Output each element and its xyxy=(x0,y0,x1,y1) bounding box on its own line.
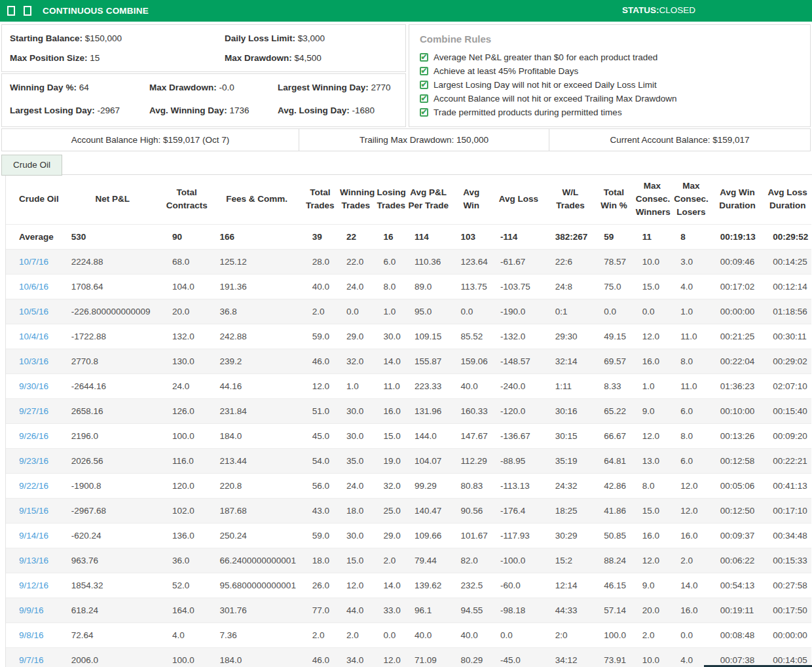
data-cell: 59 xyxy=(595,224,633,249)
data-cell: -1900.8 xyxy=(62,473,163,498)
data-cell: 104.07 xyxy=(405,448,452,473)
window-icon-1[interactable] xyxy=(7,6,15,16)
date-cell: 9/30/16 xyxy=(6,373,62,398)
column-header-avg-win: Avg Win xyxy=(451,175,490,224)
product-tab-strip: Crude Oil xyxy=(0,155,812,175)
data-cell: 46.15 xyxy=(595,573,633,598)
tab-crude-oil[interactable]: Crude Oil xyxy=(1,155,62,176)
date-link[interactable]: 9/15/16 xyxy=(19,506,48,516)
table-row: 9/30/16-2644.1624.044.1612.01.011.0223.3… xyxy=(6,373,811,398)
data-cell: 1.0 xyxy=(633,373,671,398)
data-cell: 0.0 xyxy=(375,622,405,647)
account-settings-panel: Starting Balance: $150,000 Daily Loss Li… xyxy=(1,24,406,72)
data-cell: 4.0 xyxy=(671,274,710,299)
table-row: 9/13/16963.7636.066.240000000000118.015.… xyxy=(6,548,811,573)
status-value: CLOSED xyxy=(659,5,696,15)
data-cell: 30:16 xyxy=(546,398,595,423)
data-cell: 0.0 xyxy=(633,299,671,324)
column-header-avg-loss-duration: Avg Loss Duration xyxy=(764,175,811,224)
date-link[interactable]: 9/26/16 xyxy=(19,431,48,441)
date-link[interactable]: 9/9/16 xyxy=(19,605,44,615)
data-cell: 34:12 xyxy=(546,647,595,667)
date-link[interactable]: 10/3/16 xyxy=(19,356,48,366)
data-cell: 39 xyxy=(303,224,337,249)
data-cell: 00:05:06 xyxy=(711,473,764,498)
date-cell: 9/22/16 xyxy=(6,473,62,498)
data-cell: 00:12:50 xyxy=(711,498,764,523)
date-link[interactable]: 9/27/16 xyxy=(19,406,48,416)
date-link[interactable]: 9/8/16 xyxy=(19,630,44,640)
data-cell: 2.0 xyxy=(337,622,374,647)
data-cell: 131.96 xyxy=(405,398,452,423)
data-cell: 10.0 xyxy=(633,647,671,667)
rule-item: ✔Trade permitted products during permitt… xyxy=(420,107,800,117)
date-link[interactable]: 10/5/16 xyxy=(19,307,48,316)
date-cell: 10/6/16 xyxy=(6,274,62,299)
data-cell: -148.57 xyxy=(491,349,546,373)
data-cell: 155.87 xyxy=(405,349,452,373)
data-cell: 34.0 xyxy=(337,647,374,667)
data-cell: 29.0 xyxy=(337,324,374,349)
data-cell: 00:14:05 xyxy=(764,647,811,667)
data-cell: 6.0 xyxy=(671,448,710,473)
page-title: CONTINUOUS COMBINE xyxy=(43,6,149,16)
data-cell: 00:07:38 xyxy=(711,647,764,667)
data-cell: 18.0 xyxy=(337,498,374,523)
data-cell: 11.0 xyxy=(671,373,710,398)
data-cell: -100.0 xyxy=(491,548,546,573)
data-cell: 20.0 xyxy=(633,598,671,622)
data-cell: 15.0 xyxy=(375,423,405,448)
data-cell: 7.36 xyxy=(211,622,303,647)
date-link[interactable]: 10/6/16 xyxy=(19,282,48,292)
data-cell: 1.0 xyxy=(337,373,374,398)
date-link[interactable]: 9/23/16 xyxy=(19,456,48,466)
data-cell: 0.0 xyxy=(595,299,633,324)
date-link[interactable]: 9/7/16 xyxy=(19,655,44,665)
table-row: 9/22/16-1900.8120.0220.856.024.032.099.2… xyxy=(6,473,811,498)
date-link[interactable]: 9/30/16 xyxy=(19,381,48,391)
column-header-crude-oil: Crude Oil xyxy=(6,175,62,224)
max-drawdown-limit: Max Drawdown: $4,500 xyxy=(225,53,397,63)
data-cell: 12.0 xyxy=(633,324,671,349)
data-cell: 12.0 xyxy=(671,473,710,498)
data-cell: 00:22:21 xyxy=(764,448,811,473)
checkmark-icon: ✔ xyxy=(420,108,428,117)
table-header-row: Crude OilNet P&LTotal ContractsFees & Co… xyxy=(6,175,811,224)
summary-section: Starting Balance: $150,000 Daily Loss Li… xyxy=(1,24,811,127)
rule-item: ✔Average Net P&L greater than $0 for eac… xyxy=(420,52,800,62)
data-cell: 43.0 xyxy=(303,498,337,523)
data-cell: 00:00:00 xyxy=(711,299,764,324)
data-cell: 2.0 xyxy=(303,299,337,324)
data-cell: 22.0 xyxy=(337,249,374,274)
data-cell: 50.85 xyxy=(595,523,633,548)
data-cell: 112.29 xyxy=(451,448,490,473)
date-link[interactable]: 10/7/16 xyxy=(19,257,48,267)
date-cell: 9/9/16 xyxy=(6,598,62,622)
data-cell: 102.0 xyxy=(163,498,211,523)
date-cell: 10/3/16 xyxy=(6,349,62,373)
date-link[interactable]: 9/13/16 xyxy=(19,556,48,565)
data-cell: 95.0 xyxy=(405,299,452,324)
data-cell: 30:29 xyxy=(546,523,595,548)
date-link[interactable]: 10/4/16 xyxy=(19,332,48,341)
date-link[interactable]: 9/22/16 xyxy=(19,481,48,491)
data-cell: 530 xyxy=(62,224,163,249)
data-cell: -240.0 xyxy=(491,373,546,398)
rule-item: ✔Achieve at least 45% Profitable Days xyxy=(420,66,800,76)
data-cell: 1854.32 xyxy=(62,573,163,598)
table-row: 9/8/1672.644.07.362.02.00.040.040.00.02:… xyxy=(6,622,811,647)
data-cell: 2.0 xyxy=(633,622,671,647)
window-icon-2[interactable] xyxy=(24,6,31,16)
data-cell: 90.56 xyxy=(451,498,490,523)
data-cell: 56.0 xyxy=(303,473,337,498)
data-cell: 00:09:37 xyxy=(711,523,764,548)
data-cell: 00:22:04 xyxy=(711,349,764,373)
date-cell: 9/14/16 xyxy=(6,523,62,548)
data-cell: 104.0 xyxy=(163,274,211,299)
data-cell: 00:06:22 xyxy=(711,548,764,573)
date-link[interactable]: 9/14/16 xyxy=(19,531,48,541)
date-link[interactable]: 9/12/16 xyxy=(19,581,48,590)
data-cell: 0.0 xyxy=(671,622,710,647)
data-cell: 28.0 xyxy=(303,249,337,274)
data-cell: 65.22 xyxy=(595,398,633,423)
